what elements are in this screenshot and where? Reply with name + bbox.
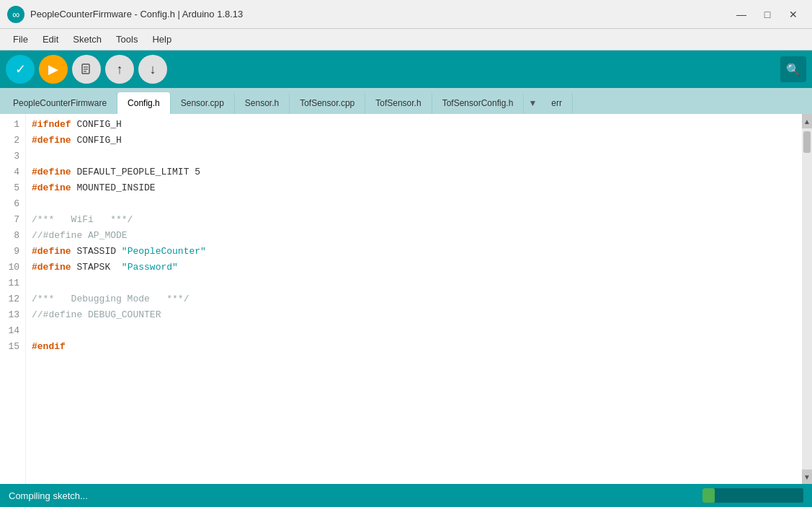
new-button[interactable] [72, 55, 101, 84]
maximize-button[interactable]: □ [756, 6, 779, 23]
menu-edit[interactable]: Edit [35, 31, 66, 48]
menu-file[interactable]: File [6, 31, 35, 48]
tab-tofsensor-h[interactable]: TofSensor.h [365, 92, 432, 114]
tab-tofsensor-cpp[interactable]: TofSensor.cpp [290, 92, 365, 114]
progress-bar [702, 488, 803, 503]
verify-button[interactable]: ✓ [6, 55, 35, 84]
upload-button[interactable]: ▶ [39, 55, 68, 84]
tabs-dropdown-button[interactable]: ▼ [524, 92, 541, 114]
editor-wrapper: 1 2 3 4 5 6 7 8 9 10 11 12 13 14 15 #ifn… [0, 114, 812, 484]
main-content: ✓ ▶ ↑ ↓ 🔍 PeopleCounterFirmware Config.h… [0, 50, 812, 507]
vertical-scrollbar[interactable]: ▲ ▼ [802, 114, 812, 484]
open-button[interactable]: ↑ [105, 55, 134, 84]
tab-sensor-h[interactable]: Sensor.h [235, 92, 290, 114]
titlebar: PeopleCounterFirmware - Config.h | Ardui… [0, 0, 812, 29]
menu-tools[interactable]: Tools [109, 31, 145, 48]
menu-help[interactable]: Help [145, 31, 179, 48]
minimize-button[interactable]: — [730, 6, 753, 23]
app-logo [7, 6, 24, 23]
tab-peoplecounterfirmware[interactable]: PeopleCounterFirmware [3, 92, 117, 114]
statusbar: Compiling sketch... [0, 484, 812, 507]
tab-config-h[interactable]: Config.h [117, 92, 171, 114]
menubar: File Edit Sketch Tools Help [0, 29, 812, 50]
window-controls: — □ ✕ [730, 6, 805, 23]
code-editor[interactable]: #ifndef CONFIG_H #define CONFIG_H #defin… [26, 114, 802, 484]
progress-container [702, 488, 803, 503]
scroll-track [802, 128, 812, 469]
editor-container: 1 2 3 4 5 6 7 8 9 10 11 12 13 14 15 #ifn… [0, 114, 802, 484]
tabs-bar: PeopleCounterFirmware Config.h Sensor.cp… [0, 88, 812, 114]
search-button[interactable]: 🔍 [780, 56, 806, 82]
toolbar: ✓ ▶ ↑ ↓ 🔍 [0, 50, 812, 88]
editor-body: 1 2 3 4 5 6 7 8 9 10 11 12 13 14 15 #ifn… [0, 114, 812, 484]
line-numbers: 1 2 3 4 5 6 7 8 9 10 11 12 13 14 15 [0, 114, 26, 484]
menu-sketch[interactable]: Sketch [66, 31, 109, 48]
scroll-down-button[interactable]: ▼ [802, 469, 812, 484]
save-button[interactable]: ↓ [138, 55, 167, 84]
progress-fill [702, 488, 715, 503]
scroll-up-button[interactable]: ▲ [802, 114, 812, 128]
close-button[interactable]: ✕ [782, 6, 805, 23]
status-text: Compiling sketch... [9, 490, 702, 501]
tab-tofsensorconfig-h[interactable]: TofSensorConfig.h [432, 92, 525, 114]
scroll-thumb[interactable] [803, 131, 811, 153]
tab-err[interactable]: err [541, 92, 573, 114]
tab-sensor-cpp[interactable]: Sensor.cpp [171, 92, 235, 114]
window-title: PeopleCounterFirmware - Config.h | Ardui… [30, 9, 730, 19]
